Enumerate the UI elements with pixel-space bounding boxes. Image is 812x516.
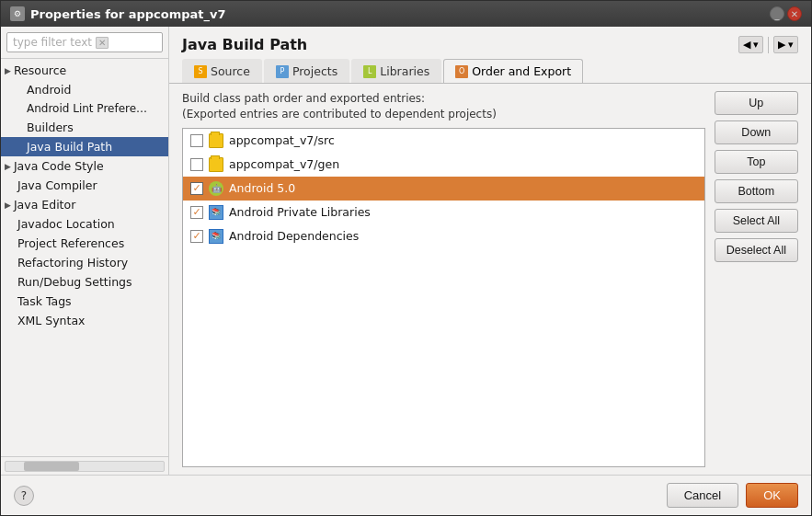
filter-inner: type filter text ✕ [13, 36, 156, 49]
sidebar-item-java-compiler[interactable]: Java Compiler [1, 176, 168, 195]
dialog-footer: ? Cancel OK [1, 475, 811, 515]
dialog-body: type filter text ✕ ▶ Resource Android An… [1, 27, 811, 475]
bottom-button[interactable]: Bottom [715, 179, 798, 203]
main-area: Build class path order and exported entr… [169, 84, 811, 475]
list-item-label: appcompat_v7/gen [229, 157, 339, 171]
android-icon: 🤖 [209, 181, 223, 196]
list-item-gen[interactable]: appcompat_v7/gen [183, 153, 704, 177]
content-header: Java Build Path ◀ ▾ ▶ ▾ [169, 27, 811, 59]
checkbox-src[interactable] [190, 134, 203, 147]
sidebar-item-label: XML Syntax [17, 314, 86, 327]
title-bar: ⚙ Properties for appcompat_v7 _ ✕ [1, 1, 811, 27]
sidebar-item-label: Javadoc Location [17, 217, 115, 231]
tab-source[interactable]: S Source [182, 59, 262, 83]
dialog-title: Properties for appcompat_v7 [30, 7, 226, 21]
content-area: Java Build Path ◀ ▾ ▶ ▾ S Source P Proje… [169, 27, 811, 475]
close-button[interactable]: ✕ [787, 6, 802, 21]
lib-deps-icon: 📚 [209, 229, 223, 244]
forward-button[interactable]: ▶ ▾ [773, 36, 798, 53]
filter-placeholder: type filter text [13, 36, 92, 49]
sidebar-item-label: Resource [14, 63, 66, 77]
sidebar-item-android-lint[interactable]: Android Lint Prefere… [1, 99, 168, 118]
help-button[interactable]: ? [14, 486, 34, 506]
sidebar-list: ▶ Resource Android Android Lint Prefere…… [1, 59, 168, 456]
list-item-private-libs[interactable]: ✓ 📚 Android Private Libraries [183, 201, 704, 224]
checkbox-gen[interactable] [190, 158, 203, 171]
list-item-label: Android 5.0 [229, 181, 295, 195]
sidebar-item-label: Run/Debug Settings [17, 275, 132, 289]
checkmark-icon: ✓ [192, 206, 200, 218]
deselect-all-button[interactable]: Deselect All [715, 238, 798, 262]
desc-line-2: (Exported entries are contributed to dep… [182, 107, 705, 122]
list-item-label: appcompat_v7/src [229, 133, 335, 147]
down-button[interactable]: Down [715, 120, 798, 144]
toolbar-icons: ◀ ▾ ▶ ▾ [738, 36, 798, 53]
sidebar: type filter text ✕ ▶ Resource Android An… [1, 27, 169, 475]
list-item-dependencies[interactable]: ✓ 📚 Android Dependencies [183, 224, 704, 248]
tab-libraries[interactable]: L Libraries [351, 59, 441, 83]
list-item-label: Android Private Libraries [229, 205, 371, 219]
filter-input-wrapper[interactable]: type filter text ✕ [6, 32, 163, 52]
select-all-button[interactable]: Select All [715, 209, 798, 233]
code-style-arrow: ▶ [5, 162, 11, 171]
toolbar-separator-1 [768, 37, 769, 53]
checkmark-icon: ✓ [192, 230, 200, 242]
checkmark-icon: ✓ [192, 182, 200, 194]
up-button[interactable]: Up [715, 91, 798, 115]
properties-dialog: ⚙ Properties for appcompat_v7 _ ✕ type f… [0, 0, 812, 516]
checkbox-android5[interactable]: ✓ [190, 182, 203, 195]
sidebar-item-label: Builders [27, 120, 74, 134]
tab-order-export[interactable]: O Order and Export [443, 59, 583, 83]
sidebar-item-run-debug[interactable]: Run/Debug Settings [1, 272, 168, 292]
sidebar-item-task-tags[interactable]: Task Tags [1, 292, 168, 311]
sidebar-item-label: Project References [17, 236, 124, 250]
title-bar-left: ⚙ Properties for appcompat_v7 [10, 6, 226, 21]
sidebar-item-resource[interactable]: ▶ Resource [1, 61, 168, 80]
folder-gen-icon [209, 157, 223, 172]
checkbox-dependencies[interactable]: ✓ [190, 230, 203, 243]
content-title: Java Build Path [182, 36, 307, 53]
lib-icon: 📚 [209, 205, 223, 220]
source-tab-icon: S [194, 65, 207, 78]
sidebar-item-refactoring-history[interactable]: Refactoring History [1, 253, 168, 272]
resource-arrow: ▶ [5, 66, 11, 75]
sidebar-item-project-references[interactable]: Project References [1, 234, 168, 253]
folder-src-icon [209, 133, 223, 148]
ok-button[interactable]: OK [746, 483, 798, 508]
desc-line-1: Build class path order and exported entr… [182, 91, 705, 107]
build-path-list: appcompat_v7/src appcompat_v7/gen ✓ [182, 128, 705, 467]
sidebar-item-android[interactable]: Android [1, 80, 168, 99]
sidebar-scrollbar[interactable] [1, 456, 168, 475]
minimize-button[interactable]: _ [770, 6, 784, 21]
title-buttons: _ ✕ [770, 6, 802, 21]
projects-tab-icon: P [276, 65, 289, 78]
back-button[interactable]: ◀ ▾ [738, 36, 763, 53]
sidebar-item-java-code-style[interactable]: ▶ Java Code Style [1, 156, 168, 176]
tab-projects[interactable]: P Projects [264, 59, 349, 83]
list-item-src[interactable]: appcompat_v7/src [183, 129, 704, 153]
sidebar-item-builders[interactable]: Builders [1, 118, 168, 137]
horizontal-scrollbar[interactable] [5, 461, 165, 472]
tab-projects-label: Projects [292, 64, 337, 78]
cancel-button[interactable]: Cancel [667, 483, 738, 508]
list-item-android5[interactable]: ✓ 🤖 Android 5.0 [183, 177, 704, 201]
sidebar-item-java-editor[interactable]: ▶ Java Editor [1, 195, 168, 214]
tab-libraries-label: Libraries [380, 64, 429, 78]
sidebar-item-java-build-path[interactable]: Java Build Path [1, 137, 168, 156]
order-tab-icon: O [455, 65, 468, 78]
filter-box: type filter text ✕ [1, 27, 168, 59]
filter-clear-button[interactable]: ✕ [96, 37, 109, 49]
footer-left: ? [14, 486, 34, 506]
java-editor-arrow: ▶ [5, 201, 11, 210]
sidebar-item-xml-syntax[interactable]: XML Syntax [1, 311, 168, 330]
sidebar-item-label: Java Build Path [27, 140, 112, 154]
top-button[interactable]: Top [715, 150, 798, 174]
sidebar-item-label: Java Editor [14, 198, 75, 212]
sidebar-item-label: Java Code Style [14, 159, 104, 173]
sidebar-item-label: Android Lint Prefere… [27, 102, 147, 115]
sidebar-item-javadoc-location[interactable]: Javadoc Location [1, 214, 168, 234]
sidebar-item-label: Refactoring History [17, 256, 128, 269]
checkbox-private-libs[interactable]: ✓ [190, 206, 203, 219]
side-buttons: Up Down Top Bottom Select All Deselect A… [715, 91, 798, 467]
footer-right: Cancel OK [667, 483, 798, 508]
